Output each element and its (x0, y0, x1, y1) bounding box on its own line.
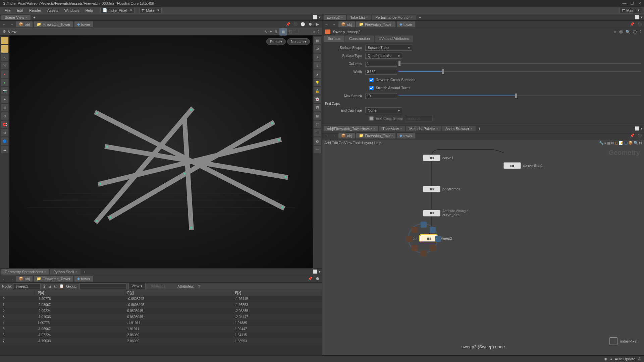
pin-icon[interactable]: 📌 (285, 21, 291, 27)
forward-icon[interactable]: → (9, 21, 15, 27)
maxstretch-slider[interactable] (398, 94, 641, 98)
nocam-button[interactable]: No cam ▾ (287, 38, 310, 45)
node-curve_dirs[interactable]: ▮▮▮Attribute Wranglecurve_dirs (423, 209, 468, 217)
viewport-3d[interactable]: Persp ▾ No cam ▾ (9, 36, 313, 268)
disp-geo[interactable]: ▦ (314, 37, 321, 44)
disp-lock[interactable]: 🔒 (314, 87, 321, 95)
forward-icon[interactable]: → (9, 276, 15, 282)
disp-more[interactable]: ⋯ (314, 146, 321, 153)
forward-icon[interactable]: → (331, 21, 337, 27)
warn-icon[interactable]: ⚠ (638, 357, 641, 361)
link-icon[interactable]: ⬢ (315, 276, 321, 282)
net-zoom-icon[interactable]: ⊡ (639, 141, 642, 145)
surface-shape-select[interactable]: Square Tube♦ (365, 45, 412, 51)
net-tool-note[interactable]: 📝 (619, 141, 624, 145)
gear-icon[interactable]: ✳ (613, 30, 616, 34)
tab-perf-monitor[interactable]: Performance Monitor× (372, 15, 416, 20)
menu-assets[interactable]: Assets (45, 8, 61, 13)
col-header[interactable] (0, 290, 35, 296)
pane-max-icon[interactable]: ⬜ (313, 269, 317, 274)
disp-nums[interactable]: # (314, 62, 321, 69)
back-icon[interactable]: ← (1, 21, 7, 27)
crumb-firewatch-tower[interactable]: 📁Firewatch_Tower (356, 21, 395, 27)
disp-wire[interactable]: ⬚ (314, 121, 321, 128)
table-row[interactable]: 6-1.972242.080891.84115 (0, 332, 322, 338)
menu-windows[interactable]: Windows (62, 8, 82, 13)
node-polyframe1[interactable]: ▮▮▮polyframe1 (423, 186, 461, 192)
view-dropdown[interactable]: View ▾ (128, 283, 146, 289)
table-row[interactable]: 0-1.90776-0.0808945-1.96115 (0, 296, 322, 302)
link-icon[interactable]: ⚫ (292, 21, 299, 27)
width-slider[interactable] (398, 69, 641, 74)
tool-light[interactable]: ● (1, 79, 8, 86)
table-row[interactable]: 3-1.910330.0808945-2.04447 (0, 314, 322, 320)
net-tool-wrench[interactable]: 🔧 (599, 141, 604, 145)
tab-tree-view[interactable]: Tree View× (379, 126, 405, 131)
table-row[interactable]: 1-2.08967-0.0808945-1.95553 (0, 302, 322, 308)
menu-render[interactable]: Render (26, 8, 44, 13)
verts-icon[interactable]: ▲ (48, 284, 52, 288)
net-menu-help[interactable]: Help (374, 141, 382, 145)
net-menu-layout[interactable]: Layout (362, 141, 373, 145)
tool-cloud[interactable]: ☁ (1, 146, 8, 153)
forward-icon[interactable]: → (331, 133, 337, 139)
desk-selector-top-right[interactable]: ⇄Main▾ (620, 7, 642, 13)
tool-brush[interactable]: ● (1, 70, 8, 78)
tool-cam[interactable]: 📷 (1, 87, 8, 95)
tab-take-list[interactable]: Take List× (347, 15, 371, 20)
pane-menu-icon[interactable]: ▾ (641, 15, 643, 19)
net-menu-tools[interactable]: Tools (353, 141, 362, 145)
crumb-firewatch-tower[interactable]: 📁Firewatch_Tower (34, 276, 73, 282)
tab-material-palette[interactable]: Material Palette× (406, 126, 441, 131)
auto-update-label[interactable]: Auto Update (615, 357, 635, 361)
add-tab-button[interactable]: + (417, 15, 423, 20)
disp-xray[interactable]: ◐ (314, 137, 321, 145)
tool-axis[interactable]: ✦ (1, 96, 8, 103)
disp-ghost[interactable]: 👻 (314, 96, 321, 103)
select-icon[interactable]: ↖ (264, 29, 267, 34)
tab-python-shell[interactable]: Python Shell× (50, 269, 80, 275)
node-field[interactable] (14, 283, 41, 289)
col-header[interactable]: P[y] (124, 290, 232, 296)
add-tab-button[interactable]: + (81, 269, 87, 275)
width-input[interactable] (365, 69, 397, 75)
crumb-firewatch-tower[interactable]: 📁Firewatch_Tower (356, 133, 395, 138)
columns-slider[interactable] (398, 61, 641, 66)
tool-arrow[interactable]: ↖ (1, 54, 8, 61)
wire-icon[interactable]: ⬚ (289, 29, 292, 34)
net-search-icon[interactable]: 🔍 (634, 141, 638, 145)
node-convertline1[interactable]: ▮▮▮convertline1 (503, 162, 543, 169)
crumb-obj[interactable]: 📦obj (16, 21, 33, 27)
back-icon[interactable]: ← (324, 133, 330, 139)
disp-prim[interactable]: ▲ (314, 70, 321, 78)
add-tab-button[interactable]: + (476, 126, 482, 131)
tab-scene-view[interactable]: Scene View× (1, 15, 31, 20)
spreadsheet-table[interactable]: P[x]P[y]P[z]0-1.90776-0.0808945-1.961151… (0, 290, 322, 355)
disp-light[interactable]: 💡 (314, 79, 321, 86)
tool-grid[interactable]: ⊞ (1, 104, 8, 111)
menu-help[interactable]: Help (83, 8, 96, 13)
detail-icon[interactable]: 📋 (59, 284, 64, 288)
table-row[interactable]: 41.90776-1.919111.91885 (0, 320, 322, 326)
tool-magnet[interactable]: 🧲 (1, 121, 8, 128)
crumb-firewatch-tower[interactable]: 📁Firewatch_Tower (34, 21, 73, 27)
tool-lasso[interactable]: ➰ (1, 62, 8, 69)
table-row[interactable]: 7-1.790332.080891.83553 (0, 338, 322, 344)
back-icon[interactable]: ← (324, 21, 330, 27)
help-icon[interactable]: ? (198, 284, 200, 288)
crumb-tower[interactable]: ◆tower (74, 276, 93, 282)
shading-icon[interactable]: ▦ (279, 28, 287, 36)
help-icon[interactable]: ? (317, 30, 319, 34)
desk-selector-left[interactable]: 📄Indie_Pixel▾ (100, 7, 135, 13)
pane-menu-icon[interactable]: ▾ (319, 269, 321, 274)
close-icon[interactable]: ✕ (638, 1, 641, 6)
op-name[interactable]: sweep2 (347, 30, 360, 34)
net-tool-icons[interactable]: ⊞ (611, 141, 614, 145)
stretch-checkbox[interactable] (369, 86, 374, 90)
disp-bg[interactable]: 🖼 (314, 104, 321, 111)
update-mode-icon[interactable]: ♦ (610, 357, 612, 361)
endcap-type-select[interactable]: None♦ (365, 107, 402, 113)
table-row[interactable]: 5-1.969671.919111.92447 (0, 326, 322, 332)
render-icon[interactable]: ▶ (315, 21, 321, 27)
disp-grid[interactable]: ⊞ (314, 112, 321, 120)
